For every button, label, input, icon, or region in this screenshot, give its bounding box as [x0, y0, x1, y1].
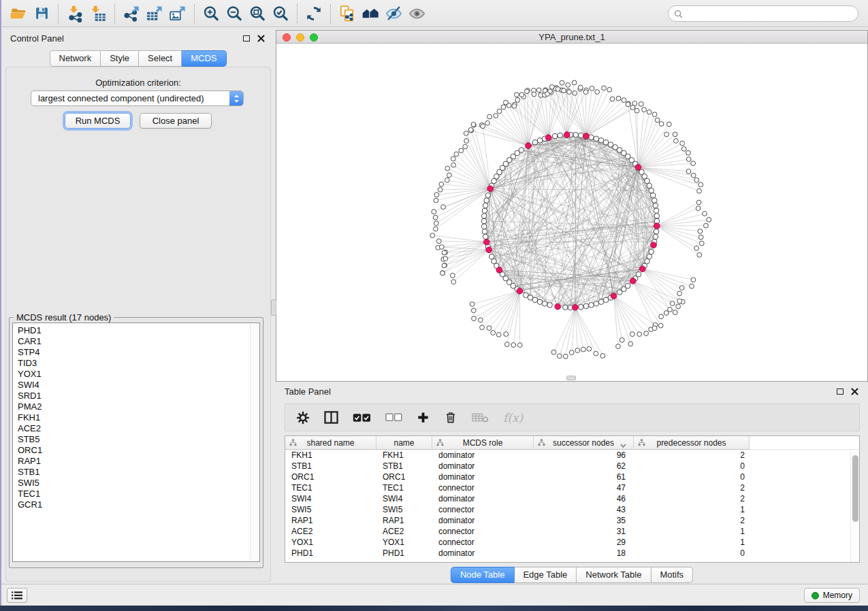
mcds-result-item[interactable]: FKH1 [18, 412, 259, 423]
close-panel-button[interactable]: Close panel [140, 113, 212, 129]
sort-caret-icon[interactable] [620, 440, 626, 450]
table-row-tec1[interactable]: TEC1TEC1connector472 [285, 482, 859, 493]
cell: PHD1 [285, 548, 376, 559]
tab-motifs[interactable]: Motifs [651, 567, 693, 583]
cell: 46 [534, 493, 634, 504]
tab-select[interactable]: Select [139, 50, 182, 67]
mcds-result-item[interactable]: STB5 [18, 434, 259, 445]
mcds-result-item[interactable]: ORC1 [18, 445, 259, 456]
mcds-result-item[interactable]: ACE2 [18, 423, 259, 434]
zoom-fit-button[interactable] [246, 3, 269, 24]
column-header-predecessor-nodes[interactable]: predecessor nodes [634, 436, 750, 450]
delete-table-button[interactable] [472, 408, 489, 428]
toolbar-separator [297, 4, 298, 23]
first-neighbors-button[interactable] [359, 3, 382, 24]
fx-icon: f(x) [503, 411, 523, 425]
column-settings-button[interactable] [296, 408, 310, 428]
control-panel-close-button[interactable] [257, 34, 266, 43]
refresh-button[interactable] [302, 3, 325, 24]
export-network-button[interactable] [120, 3, 143, 24]
column-header-mcds-role[interactable]: MCDS role [432, 436, 534, 450]
import-network-button[interactable] [63, 3, 86, 24]
tab-network[interactable]: Network [49, 50, 101, 67]
result-list-scrollbar[interactable] [250, 324, 259, 561]
window-left-edge [0, 0, 1, 606]
tab-mcds[interactable]: MCDS [182, 50, 226, 67]
criterion-select[interactable]: largest connected component (undirected) [31, 90, 244, 106]
zoom-out-button[interactable] [223, 3, 246, 24]
mcds-result-item[interactable]: STB1 [18, 467, 259, 478]
table-row-phd1[interactable]: PHD1PHD1dominator180 [285, 548, 859, 559]
mcds-result-item[interactable]: TID3 [18, 358, 259, 369]
column-header-successor-nodes[interactable]: successor nodes [534, 436, 634, 450]
node-table: shared namenameMCDS rolesuccessor nodesp… [285, 435, 860, 563]
export-image-button[interactable] [166, 3, 189, 24]
equation-builder-button[interactable]: f(x) [503, 408, 523, 428]
table-panel-float-button[interactable] [835, 387, 844, 396]
table-row-swi4[interactable]: SWI4SWI4dominator462 [285, 493, 859, 504]
export-network-icon [123, 5, 140, 22]
open-file-button[interactable] [7, 3, 30, 24]
mcds-result-item[interactable]: SRD1 [18, 391, 259, 401]
cell: dominator [432, 450, 534, 461]
table-vertical-scrollbar[interactable] [850, 450, 859, 562]
clone-network-button[interactable] [336, 3, 359, 24]
export-table-button[interactable] [143, 3, 166, 24]
table-row-orc1[interactable]: ORC1ORC1dominator610 [285, 472, 859, 482]
refresh-icon [305, 5, 323, 22]
add-column-button[interactable] [417, 408, 430, 428]
memory-button[interactable]: Memory [804, 588, 860, 603]
mcds-result-groupbox: MCDS result (17 nodes) PHD1CAR1STP4TID3Y… [9, 312, 263, 568]
split-panel-button[interactable] [324, 408, 338, 428]
cell: 47 [534, 482, 634, 493]
mcds-result-item[interactable]: RAP1 [18, 456, 259, 467]
mcds-result-item[interactable]: YOX1 [18, 369, 259, 380]
deselect-all-rows-button[interactable] [385, 408, 402, 428]
network-graph[interactable] [276, 44, 867, 381]
table-row-swi5[interactable]: SWI5SWI5connector431 [285, 504, 859, 515]
search-input[interactable] [686, 9, 852, 18]
save-button[interactable] [30, 3, 53, 24]
cell: 2 [634, 515, 750, 526]
hide-selected-button[interactable] [382, 3, 405, 24]
delete-columns-button[interactable] [444, 408, 457, 428]
scrollbar-thumb[interactable] [852, 455, 858, 522]
mcds-result-item[interactable]: SWI4 [18, 380, 259, 391]
mcds-result-item[interactable]: TEC1 [18, 489, 259, 499]
table-row-yox1[interactable]: YOX1YOX1connector291 [285, 537, 859, 548]
horizontal-splitter-handle[interactable] [566, 376, 576, 380]
mcds-result-item[interactable]: STP4 [18, 347, 259, 358]
run-mcds-button[interactable]: Run MCDS [65, 113, 131, 129]
table-row-stb1[interactable]: STB1STB1dominator620 [285, 461, 859, 472]
import-table-button[interactable] [86, 3, 110, 24]
table-panel-close-button[interactable] [850, 387, 859, 396]
show-all-button[interactable] [405, 3, 428, 24]
mcds-result-item[interactable]: CAR1 [18, 336, 259, 347]
tab-style[interactable]: Style [101, 50, 139, 67]
column-header-shared-name[interactable]: shared name [285, 436, 376, 450]
control-panel-float-button[interactable] [242, 34, 251, 43]
tab-network-table[interactable]: Network Table [577, 567, 651, 583]
column-header-name[interactable]: name [376, 436, 432, 450]
cell: connector [432, 482, 534, 493]
table-row-rap1[interactable]: RAP1RAP1dominator352 [285, 515, 859, 526]
tab-node-table[interactable]: Node Table [451, 567, 515, 583]
panel-menu-button[interactable] [7, 588, 27, 603]
table-row-ace2[interactable]: ACE2ACE2connector311 [285, 526, 859, 537]
vertical-splitter-handle[interactable] [271, 299, 276, 316]
mcds-result-item[interactable]: GCR1 [18, 499, 259, 510]
network-window-titlebar: YPA_prune.txt_1 [276, 31, 867, 44]
mcds-result-item[interactable]: PHD1 [18, 325, 259, 336]
close-icon [851, 388, 858, 395]
tab-edge-table[interactable]: Edge Table [514, 567, 577, 583]
table-row-fkh1[interactable]: FKH1FKH1dominator962 [285, 450, 859, 461]
select-all-rows-button[interactable] [353, 408, 371, 428]
zoom-selected-button[interactable] [269, 3, 292, 24]
zoom-in-button[interactable] [199, 3, 223, 24]
mcds-result-item[interactable]: PMA2 [18, 401, 259, 412]
mcds-result-item[interactable]: SWI5 [18, 478, 259, 489]
column-type-icon [538, 439, 545, 448]
application-window: Control Panel NetworkStyleSelectMCDS Opt… [0, 0, 868, 611]
network-canvas[interactable] [276, 44, 867, 381]
float-icon [837, 389, 843, 395]
